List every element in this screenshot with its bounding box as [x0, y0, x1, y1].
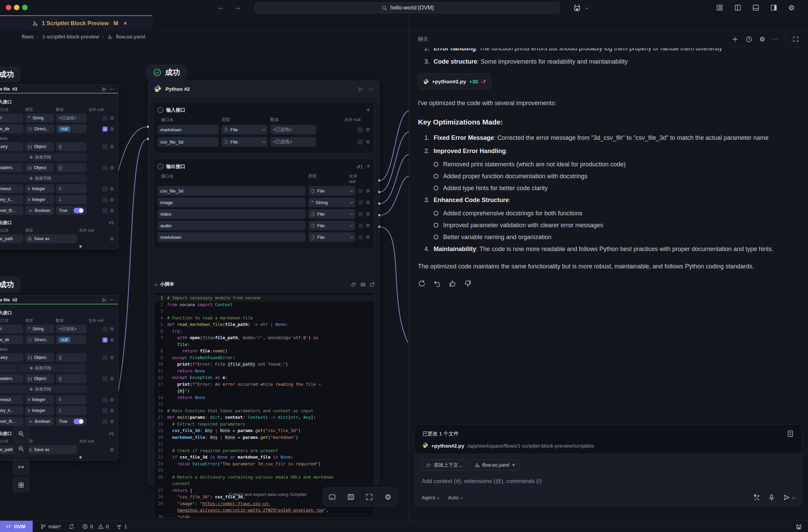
- allow-null-checkbox[interactable]: [102, 165, 108, 170]
- chat-settings-gear-icon[interactable]: ⚙: [759, 35, 765, 43]
- toggle-panel-icon[interactable]: [752, 4, 760, 12]
- data-field[interactable]: <已连线>: [56, 325, 86, 333]
- interface-name-field[interactable]: timeout: [0, 184, 23, 193]
- zoom-window-button[interactable]: [22, 5, 28, 10]
- data-field[interactable]: <已连线>: [270, 125, 316, 134]
- remote-indicator[interactable]: OVM: [0, 521, 33, 532]
- interface-row[interactable]: file_path Save as ⚙: [0, 234, 114, 243]
- allow-null-checkbox[interactable]: [102, 197, 108, 202]
- type-dropdown[interactable]: #Integer: [25, 395, 54, 404]
- row-settings-gear-icon[interactable]: ⚙: [366, 235, 370, 239]
- settings-gear-icon[interactable]: ⚙: [788, 4, 796, 12]
- interface-name-field[interactable]: retry_ti...: [0, 406, 23, 415]
- save-as-field[interactable]: Save as: [25, 445, 77, 454]
- interface-row[interactable]: markdown File <已连线> ⚙: [158, 125, 370, 134]
- code-line[interactable]: 16# Main function that takes parameters …: [154, 408, 374, 415]
- code-line[interactable]: 25: [154, 467, 374, 474]
- type-dropdown[interactable]: { }Object: [25, 142, 54, 151]
- code-line[interactable]: 2from oocana import Context: [154, 302, 374, 309]
- type-dropdown[interactable]: File: [308, 209, 355, 219]
- agent-mode-dropdown[interactable]: Agent: [422, 495, 439, 500]
- interface-row[interactable]: file_dir Direct... null ✓ ⚙: [0, 335, 114, 344]
- code-line[interactable]: 18 # Extract required parameters: [154, 421, 374, 428]
- context-file-chip[interactable]: flow.oo.yaml +: [470, 460, 520, 470]
- row-settings-gear-icon[interactable]: ⚙: [366, 127, 370, 132]
- fit-view-icon[interactable]: [365, 493, 373, 501]
- run-node-icon[interactable]: ▷: [103, 297, 106, 302]
- overview-button[interactable]: [13, 477, 29, 493]
- data-field[interactable]: 0: [56, 395, 86, 404]
- interface-name-field[interactable]: csv_file_3d: [158, 137, 219, 147]
- type-dropdown[interactable]: Boolean: [25, 206, 54, 215]
- interface-name-field[interactable]: reset_fil...: [0, 206, 23, 215]
- send-options-chevron-icon[interactable]: [792, 496, 795, 499]
- interface-row[interactable]: reset_fil... Boolean True ⚙: [0, 417, 114, 426]
- type-dropdown[interactable]: “String: [25, 114, 54, 122]
- type-dropdown[interactable]: “String: [25, 325, 54, 333]
- interface-name-field[interactable]: video: [158, 209, 306, 219]
- interface-name-field[interactable]: headers: [0, 163, 23, 172]
- code-line[interactable]: {e}"): [154, 388, 374, 395]
- bunny-logo-icon[interactable]: [795, 523, 803, 530]
- allow-null-checkbox[interactable]: [102, 327, 108, 332]
- allow-null-checkbox[interactable]: [358, 223, 363, 228]
- undo-icon[interactable]: [433, 280, 441, 287]
- data-field[interactable]: 0: [56, 184, 86, 193]
- row-settings-gear-icon[interactable]: ⚙: [110, 165, 114, 170]
- interface-row[interactable]: url “String <已连线> ⚙: [0, 325, 114, 333]
- code-line[interactable]: 8 return file.read(): [154, 348, 374, 355]
- flow-canvas[interactable]: 成功 成功 成功 L to file #3 ▷ ··· 输入接口 接口名类型数据…: [0, 43, 409, 520]
- toggle-on[interactable]: [74, 419, 84, 424]
- changed-files-card[interactable]: 已更改 1 个文件 +python#2.py /app/workspace/fl…: [415, 424, 802, 454]
- interface-row[interactable]: image “String ⚙: [158, 198, 370, 207]
- model-dropdown[interactable]: Auto: [448, 495, 463, 500]
- send-button[interactable]: [783, 494, 795, 501]
- allow-null-checkbox[interactable]: [102, 116, 108, 121]
- allow-null-checkbox[interactable]: [102, 208, 108, 213]
- collapse-chevron-icon[interactable]: [155, 283, 158, 286]
- canvas-settings-gear-icon[interactable]: ⚙: [384, 493, 392, 501]
- allow-null-checkbox[interactable]: [358, 235, 363, 239]
- code-line[interactable]: 7 with open(file=file_path, mode='r', en…: [154, 335, 374, 342]
- edited-file-chip[interactable]: +python#2.py +30-7: [418, 73, 491, 89]
- close-tab-icon[interactable]: ×: [124, 20, 127, 27]
- allow-null-checkbox[interactable]: [102, 419, 108, 424]
- chat-more-icon[interactable]: ···: [772, 36, 778, 42]
- row-settings-gear-icon[interactable]: ⚙: [110, 186, 114, 191]
- toggle-sidebar-icon[interactable]: [734, 4, 742, 12]
- chat-message-area[interactable]: 2. Error handling: The function prints e…: [409, 48, 808, 406]
- output-port[interactable]: [377, 225, 381, 229]
- toggle-secondary-sidebar-icon[interactable]: [770, 4, 778, 12]
- allow-null-checkbox[interactable]: [358, 139, 363, 145]
- data-field[interactable]: null: [56, 335, 86, 344]
- interface-name-field[interactable]: file_path: [0, 234, 23, 243]
- type-dropdown[interactable]: #Integer: [25, 195, 54, 204]
- interface-row[interactable]: query { }Object {} ⚙: [0, 353, 114, 362]
- row-settings-gear-icon[interactable]: ⚙: [110, 144, 114, 149]
- interface-row[interactable]: csv_file_3d File ⚙: [158, 186, 370, 196]
- chat-composer[interactable]: 添加上下文... flow.oo.yaml + Add context (#),…: [415, 454, 802, 506]
- code-line[interactable]: file:: [154, 342, 374, 348]
- input-port[interactable]: [146, 125, 150, 129]
- forward-icon[interactable]: →: [233, 3, 242, 12]
- allow-null-checkbox[interactable]: [102, 408, 108, 413]
- interface-row[interactable]: markdown File ⚙: [158, 232, 370, 242]
- code-line[interactable]: 30 "vide: [154, 514, 374, 518]
- node-more-icon[interactable]: ···: [110, 86, 114, 92]
- toggle-on[interactable]: [74, 208, 84, 213]
- regenerate-icon[interactable]: [418, 280, 426, 287]
- code-line[interactable]: 24 raise ValueError("The parameter 3d_cs…: [154, 461, 374, 468]
- allow-null-checkbox[interactable]: [358, 212, 363, 216]
- row-settings-gear-icon[interactable]: ⚙: [366, 139, 370, 144]
- interface-name-field[interactable]: audio: [158, 221, 306, 230]
- node-header[interactable]: Python #2 ▷ ···: [148, 81, 379, 97]
- add-input-icon[interactable]: +: [366, 106, 370, 114]
- interface-name-field[interactable]: markdown: [158, 125, 219, 134]
- output-port[interactable]: [377, 202, 381, 205]
- expand-chat-icon[interactable]: [792, 36, 799, 43]
- code-line[interactable]: 19 csv_file_3d: Any | None = params.get(…: [154, 428, 374, 434]
- mic-icon[interactable]: [768, 494, 775, 501]
- type-dropdown[interactable]: File: [308, 221, 355, 230]
- command-search-input[interactable]: hello-world [OVM]: [255, 2, 560, 13]
- add-field-button[interactable]: ⊕ 添加字段: [0, 153, 86, 161]
